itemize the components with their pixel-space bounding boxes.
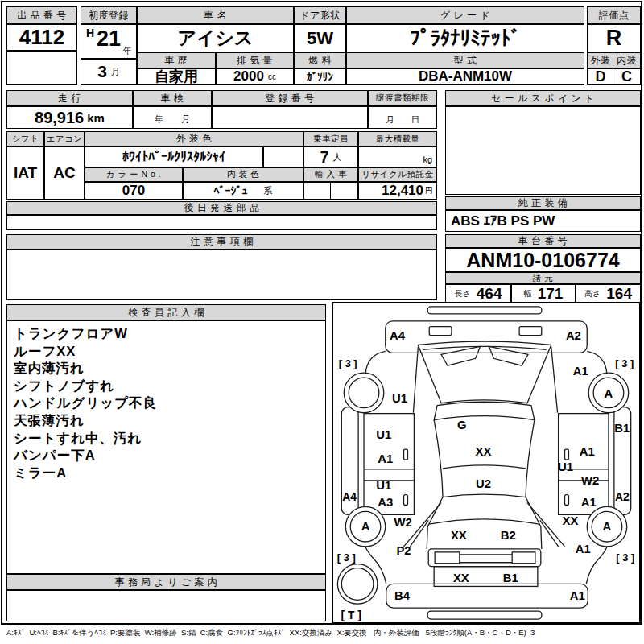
registration-number-value — [212, 106, 368, 129]
windshield-inner-arc — [423, 346, 546, 349]
damage-marker: A1 — [581, 496, 597, 509]
damage-marker: B1 — [503, 572, 518, 585]
damage-marker: W2 — [581, 474, 599, 487]
damage-marker: A — [361, 520, 370, 533]
damage-diagram-box: A4A2[ 3 ][ 3 ]A1U1AGU1B1XXA1A1U1U2W2U1A4… — [332, 302, 641, 624]
inspector-notes-header: 検 査 員 記 入 欄 — [6, 304, 326, 320]
damage-marker-layer: A4A2[ 3 ][ 3 ]A1U1AGU1B1XXA1A1U1U2W2U1A4… — [337, 329, 634, 621]
damage-marker: B1 — [614, 422, 630, 435]
left-front-door-handle — [404, 449, 408, 460]
score-header: 評価点 — [587, 6, 641, 24]
aircon-header: エアコン — [44, 131, 85, 147]
taillight-left — [435, 552, 460, 564]
exterior-grade-header: 外装 — [587, 52, 614, 68]
damage-marker: U2 — [476, 477, 491, 490]
recycle-deposit-header: リサイクル預託金 — [358, 167, 437, 182]
import-cell-left — [303, 182, 332, 200]
roof-side-right — [526, 420, 535, 497]
max-load-header: 最大積載量 — [358, 131, 437, 147]
a-pillar-right — [551, 346, 558, 412]
inspector-note-line: ミラーA — [14, 464, 319, 482]
front-marker-right — [519, 327, 542, 336]
rear-bumper — [386, 584, 588, 608]
caution-box — [6, 250, 437, 300]
displacement-header: 排 気 量 — [216, 52, 294, 68]
inspector-note-line: シートすれ中、汚れ — [14, 430, 319, 448]
interior-color-header: 内 装 色 — [183, 167, 303, 182]
damage-marker: XX — [563, 514, 579, 527]
grade-header: グ レ ー ド — [346, 6, 584, 24]
damage-marker: W2 — [394, 516, 411, 529]
damage-marker: A — [603, 520, 612, 533]
damage-marker: A2 — [566, 329, 581, 342]
damage-marker: A1 — [570, 589, 585, 602]
damage-marker: A — [605, 387, 613, 400]
interior-color-value: ﾍﾞｰｼﾞｭ系 — [183, 182, 303, 200]
interior-grade-header: 内装 — [613, 52, 641, 68]
damage-marker: P2 — [396, 544, 411, 557]
fuel-header: 燃 料 — [294, 52, 346, 68]
inspection-header: 車 検 — [133, 90, 212, 106]
later-parts-header: 後 日 発 送 部 品 — [6, 201, 437, 215]
oem-equipment-header: 純 正 装 備 — [445, 196, 641, 210]
d-pillar-left-2 — [410, 520, 428, 547]
damage-code-legend: A:ｷｽﾞ U:ﾍｺﾐ B:ｷｽﾞを伴うﾍｺﾐ P:要塗装 W:補修跡 S:錆 … — [6, 628, 642, 638]
registration-number-header: 登 録 番 号 — [212, 90, 368, 106]
interior-grade-value: C — [613, 68, 641, 85]
caution-header: 注 意 事 項 欄 — [6, 234, 437, 250]
damage-marker: A2 — [615, 490, 630, 503]
roof-side-left — [434, 420, 443, 497]
door-shape-value: 5W — [294, 24, 346, 52]
right-rear-door-handle — [565, 495, 569, 506]
fuel-value: ｶﾞｿﾘﾝ — [294, 68, 346, 85]
exterior-color-extra — [263, 147, 303, 167]
damage-marker: A1 — [580, 445, 595, 458]
exterior-grade-value: D — [587, 68, 614, 85]
damage-marker: XX — [451, 529, 467, 542]
sales-point-box — [445, 106, 641, 195]
max-load-value: kg — [358, 147, 437, 167]
front-top-strip — [427, 307, 542, 314]
capacity-header: 乗車定員 — [303, 131, 358, 147]
first-registration-year: H 21 年 — [80, 24, 137, 59]
car-name-header: 車 名 — [137, 6, 294, 24]
damage-marker: [ 3 ] — [616, 551, 634, 564]
mileage-header: 走 行 — [6, 90, 133, 106]
import-cell-right — [330, 182, 358, 200]
specs-header: 諸 元 — [445, 272, 641, 284]
model-code-header: 型 式 — [346, 52, 584, 68]
transfer-deadline-header: 譲渡書類期限 — [368, 90, 437, 106]
car-history-header: 車 歴 — [137, 52, 216, 68]
grade-value: ﾌﾟﾗﾀﾅﾘﾐﾃｯﾄﾞ — [346, 24, 584, 52]
damage-marker: B4 — [394, 589, 411, 602]
left-rear-door-handle — [404, 495, 408, 506]
wiper-right — [489, 346, 528, 365]
inspector-note-line: トランクフロアW — [14, 325, 319, 343]
first-registration-header: 初度登録 — [80, 6, 137, 24]
damage-marker: B2 — [501, 529, 516, 542]
damage-marker: [ 3 ] — [615, 357, 634, 369]
damage-marker: U1 — [376, 479, 391, 492]
car-damage-diagram: A4A2[ 3 ][ 3 ]A1U1AGU1B1XXA1A1U1U2W2U1A4… — [333, 303, 639, 622]
damage-marker: G — [457, 419, 467, 431]
damage-marker: A1 — [576, 543, 591, 555]
lot-number-empty — [6, 51, 77, 85]
inspection-value: 年 月 — [133, 106, 212, 129]
inspector-note-line: バンパー下A — [14, 447, 319, 464]
inspector-note-line: ハンドルグリップ不良 — [14, 394, 319, 412]
damage-marker: U1 — [392, 392, 407, 405]
model-code-value: DBA-ANM10W — [346, 68, 584, 85]
d-pillar-right-1 — [527, 503, 565, 547]
shift-header: シフト — [6, 131, 44, 147]
later-parts-box — [6, 215, 437, 230]
recycle-deposit-value: 12,410円 — [358, 182, 437, 200]
aircon-value: AC — [44, 147, 85, 200]
chassis-number-value: ANM10-0106774 — [445, 248, 641, 272]
score-value: R — [587, 24, 641, 52]
damage-marker: [ T ] — [341, 609, 361, 621]
spec-length: 長さ464 — [445, 284, 511, 303]
shift-value: IAT — [6, 147, 44, 200]
lot-number-header: 出 品 番 号 — [6, 6, 77, 24]
oem-equipment-value: ABS ｴｱB PS PW — [445, 210, 641, 232]
displacement-value: 2000cc — [216, 68, 294, 85]
